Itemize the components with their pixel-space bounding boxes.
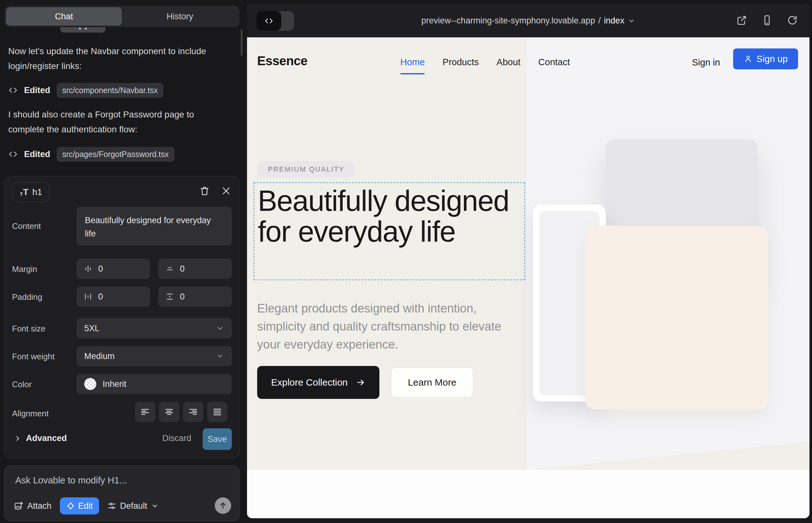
margin-y-value: 0: [180, 264, 184, 274]
align-justify-button[interactable]: [207, 402, 227, 422]
edited-file-row[interactable]: Edited src/pages/ForgotPassword.tsx: [8, 146, 175, 162]
color-label: Color: [12, 380, 32, 390]
assistant-message: I should also create a Forgot Password p…: [8, 107, 232, 137]
discard-button[interactable]: Discard: [162, 433, 191, 443]
padding-y-field[interactable]: 0: [158, 287, 232, 307]
chevron-down-icon: [151, 502, 159, 510]
edited-label: Edited: [24, 86, 50, 95]
element-editor-panel: тT h1 Content Beautifully designed for e…: [4, 176, 240, 458]
explore-collection-button[interactable]: Explore Collection: [257, 366, 379, 399]
clipped-file-pill: [60, 27, 105, 33]
margin-y-field[interactable]: 0: [158, 259, 232, 279]
url-separator: /: [598, 16, 601, 26]
font-size-label: Font size: [12, 324, 46, 334]
decor-card-cream: [585, 226, 768, 409]
tab-chat[interactable]: Chat: [6, 7, 122, 26]
delete-element-button[interactable]: [199, 185, 210, 197]
edit-mode-button[interactable]: Edit: [60, 497, 100, 515]
edited-file-row[interactable]: Edited src/components/Navbar.tsx: [8, 82, 163, 98]
default-label: Default: [120, 501, 147, 511]
margin-x-value: 0: [98, 264, 103, 274]
font-weight-label: Font weight: [12, 352, 54, 362]
save-button[interactable]: Save: [203, 428, 232, 450]
align-center-icon: [164, 407, 174, 417]
browser-topbar: preview--charming-site-symphony.lovable.…: [247, 4, 810, 37]
advanced-toggle[interactable]: Advanced: [14, 433, 67, 443]
edited-label: Edited: [24, 149, 50, 159]
explore-collection-label: Explore Collection: [271, 377, 348, 388]
composer-input[interactable]: [15, 475, 218, 486]
content-textarea[interactable]: Beautifully designed for everyday life: [77, 207, 232, 245]
alignment-label: Alignment: [12, 409, 49, 418]
margin-x-field[interactable]: 0: [77, 259, 150, 279]
selected-element-chip[interactable]: тT h1: [12, 182, 50, 202]
sign-in-link[interactable]: Sign in: [692, 57, 720, 68]
url-bar[interactable]: preview--charming-site-symphony.lovable.…: [422, 16, 635, 26]
attach-button[interactable]: Attach: [14, 501, 52, 511]
chevron-down-icon: [216, 352, 224, 360]
preview-content: Essence Home Products About Contact Sign…: [247, 37, 810, 518]
premium-badge: PREMIUM QUALITY: [257, 161, 355, 178]
code-icon: [257, 11, 281, 31]
assistant-message: Now let's update the Navbar component to…: [8, 44, 232, 73]
color-value: Inherit: [103, 379, 126, 389]
nav-home[interactable]: Home: [400, 57, 425, 68]
chevron-down-icon: [216, 324, 224, 332]
align-right-button[interactable]: [183, 402, 203, 422]
font-size-value: 5XL: [84, 324, 100, 333]
color-select[interactable]: Inherit: [77, 374, 232, 394]
sign-up-button[interactable]: Sign up: [733, 49, 798, 69]
padding-vertical-icon: [165, 292, 174, 301]
mobile-view-icon[interactable]: [761, 15, 773, 26]
typography-icon: тT: [20, 188, 29, 197]
align-left-icon: [140, 407, 150, 417]
code-preview-toggle[interactable]: [257, 11, 294, 31]
font-weight-select[interactable]: Medium: [77, 346, 232, 366]
nav-contact[interactable]: Contact: [539, 57, 570, 68]
close-icon[interactable]: [221, 186, 231, 196]
hero-cta-row: Explore Collection Learn More: [257, 366, 474, 399]
tab-history[interactable]: History: [122, 7, 238, 26]
attach-label: Attach: [27, 501, 52, 511]
font-weight-value: Medium: [84, 351, 114, 361]
target-icon: [66, 502, 75, 510]
learn-more-button[interactable]: Learn More: [391, 367, 474, 398]
align-center-button[interactable]: [159, 402, 179, 422]
hero-heading[interactable]: Beautifully designed for everyday life: [258, 185, 525, 247]
open-in-new-icon[interactable]: [736, 15, 747, 26]
attach-image-icon: [14, 501, 23, 511]
nav-products[interactable]: Products: [442, 57, 478, 68]
file-path-badge[interactable]: src/pages/ForgotPassword.tsx: [57, 147, 175, 162]
default-mode-button[interactable]: Default: [107, 501, 159, 511]
alignment-group: [135, 402, 227, 422]
padding-x-field[interactable]: 0: [77, 287, 150, 307]
arrow-right-icon: [356, 378, 366, 387]
padding-label: Padding: [12, 292, 42, 302]
font-size-select[interactable]: 5XL: [77, 318, 232, 339]
padding-x-value: 0: [98, 292, 103, 302]
url-text: preview--charming-site-symphony.lovable.…: [422, 16, 595, 26]
site-nav: Home Products About Contact: [400, 57, 570, 68]
align-justify-icon: [212, 407, 222, 417]
margin-horizontal-icon: [84, 264, 92, 273]
sign-up-label: Sign up: [757, 54, 788, 64]
advanced-label: Advanced: [26, 433, 67, 443]
align-right-icon: [188, 407, 198, 417]
margin-label: Margin: [12, 264, 37, 274]
code-icon: [8, 149, 18, 159]
content-label: Content: [12, 221, 41, 231]
edit-label: Edit: [78, 501, 93, 511]
hero-section: Essence Home Products About Contact Sign…: [247, 37, 810, 470]
preview-browser: preview--charming-site-symphony.lovable.…: [247, 4, 810, 518]
chat-scrollbar[interactable]: [241, 29, 243, 56]
site-logo[interactable]: Essence: [257, 54, 307, 68]
file-path-badge[interactable]: src/components/Navbar.tsx: [57, 83, 164, 98]
send-button[interactable]: [215, 497, 231, 514]
composer-toolbar: Attach Edit Default: [14, 497, 159, 515]
align-left-button[interactable]: [135, 402, 155, 422]
refresh-icon[interactable]: [787, 15, 798, 26]
chevron-right-icon: [14, 435, 21, 442]
nav-about[interactable]: About: [497, 57, 520, 68]
margin-vertical-icon: [165, 264, 174, 273]
arrow-up-icon: [218, 501, 227, 510]
